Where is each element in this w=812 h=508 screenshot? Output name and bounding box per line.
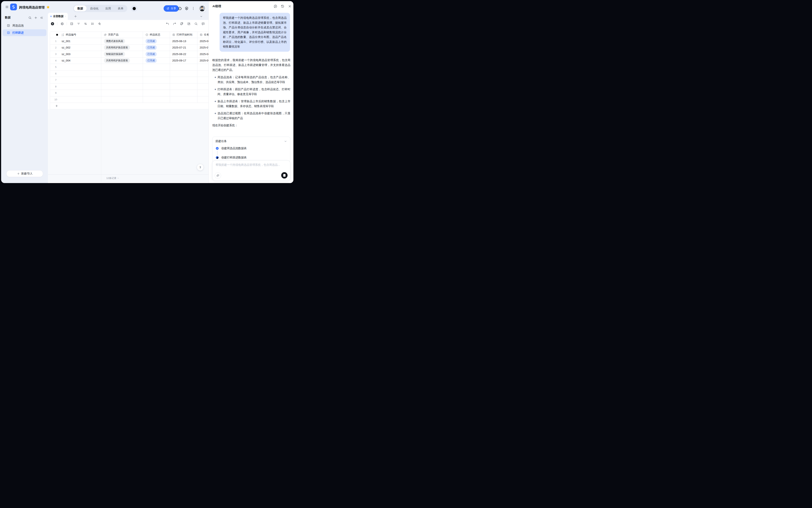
start-date-cell[interactable]: 2025-07-21	[172, 46, 186, 49]
chevron-down-icon[interactable]	[284, 140, 287, 143]
add-record-button[interactable]	[50, 21, 55, 27]
checkbox-icon[interactable]	[56, 33, 59, 36]
empty-table-row[interactable]: 5	[50, 64, 209, 71]
tab-data[interactable]: 数据	[74, 5, 87, 11]
close-icon	[288, 4, 291, 8]
table-icon	[7, 24, 10, 27]
ai-new-chat-button[interactable]	[273, 3, 278, 9]
ai-history-button[interactable]	[280, 3, 285, 9]
ai-close-button[interactable]	[287, 3, 292, 9]
table-row[interactable]: 4sz_004 天然有机护肤品套装 已完成 2025-09-17 2025-09	[50, 57, 209, 64]
main-menu-button[interactable]	[5, 5, 9, 9]
record-count[interactable]: 12条记录	[106, 176, 119, 180]
task-date-cell[interactable]: 2025-08	[200, 53, 209, 56]
task-item-running[interactable]: 创建打样跟进数据表	[216, 156, 287, 159]
new-import-button[interactable]: 新建/导入	[6, 170, 43, 177]
redo-button[interactable]	[172, 21, 177, 27]
table-row[interactable]: 3sz_003 智能温控保温杯 已完成 2025-08-22 2025-08	[50, 51, 209, 57]
tab-automation[interactable]: 自动化	[87, 5, 102, 11]
gear-icon	[60, 22, 64, 26]
theme-toggle-button[interactable]	[131, 5, 137, 12]
stop-generation-button[interactable]	[281, 172, 287, 178]
start-date-cell[interactable]: 2025-09-17	[172, 59, 186, 62]
sample-id-cell[interactable]: sz_003	[61, 53, 71, 56]
row-number: 10	[50, 98, 61, 101]
mode-switcher: 数据 自动化 应用 表单	[73, 5, 127, 12]
add-view-button[interactable]	[73, 13, 78, 19]
row-number: 8	[50, 85, 61, 88]
status-badge[interactable]: 已完成	[145, 52, 156, 56]
start-date-cell[interactable]: 2025-06-13	[172, 40, 186, 43]
sample-id-cell[interactable]: sz_001	[61, 40, 71, 43]
help-label: ?	[199, 166, 201, 169]
empty-table-row[interactable]: 8	[50, 83, 209, 90]
ai-panel-title: AI助理	[213, 4, 221, 8]
filter-button[interactable]	[76, 21, 81, 27]
sidebar-search-button[interactable]	[27, 15, 33, 20]
task-item-done[interactable]: 创建周选品池数据表	[216, 146, 287, 150]
record-history-button[interactable]	[179, 21, 184, 27]
sample-id-cell[interactable]: sz_002	[61, 46, 71, 49]
view-settings-button[interactable]	[59, 21, 65, 27]
security-button[interactable]	[184, 6, 189, 11]
extensions-button[interactable]	[177, 6, 183, 11]
sidebar-item-weekly-pool[interactable]: 周选品池	[3, 22, 46, 29]
task-date-cell[interactable]: 2025-07	[200, 46, 209, 49]
empty-table-row[interactable]: 6	[50, 71, 209, 77]
more-menu-button[interactable]	[190, 6, 196, 11]
linked-product-tag[interactable]: 天然有机护肤品套装	[104, 58, 130, 63]
bullet-dot-icon	[215, 113, 216, 114]
user-message-bubble: 帮我搭建一个跨境电商选品管理系统，包含周选品池、打样跟进、新品上市跟进销量管理。…	[220, 13, 290, 52]
favorite-button[interactable]	[46, 5, 50, 9]
start-date-cell[interactable]: 2025-08-22	[172, 53, 186, 56]
header-start-date[interactable]: 打样开始时间	[170, 32, 197, 38]
search-records-button[interactable]	[193, 21, 199, 27]
task-date-cell[interactable]: 2025-06	[200, 40, 209, 43]
status-badge[interactable]: 已完成	[145, 58, 156, 63]
edit-record-button[interactable]	[186, 21, 192, 27]
linked-product-tag[interactable]: 智能温控保温杯	[104, 52, 125, 56]
header-task[interactable]: 任务	[197, 32, 209, 38]
tab-apps[interactable]: 应用	[102, 5, 114, 11]
sort-button[interactable]	[83, 21, 88, 27]
header-sample-status[interactable]: 样品状态	[143, 32, 170, 38]
fields-config-button[interactable]	[69, 21, 74, 27]
task-date-cell[interactable]: 2025-09	[200, 59, 209, 62]
tab-forms[interactable]: 表单	[115, 5, 127, 11]
app-logo	[10, 4, 17, 10]
task-connector-line	[217, 151, 218, 155]
color-fill-button[interactable]	[96, 21, 102, 27]
table-row[interactable]: 2sz_002 天然有机护肤品套装 已完成 2025-07-21 2025-07	[50, 45, 209, 51]
status-badge[interactable]: 已完成	[145, 39, 156, 43]
share-button[interactable]: 分享	[164, 5, 179, 12]
undo-button[interactable]	[165, 21, 170, 27]
ai-input-box[interactable]: 帮我搭建一个跨境电商选品管理系统，包含周选品...	[212, 160, 290, 181]
add-row-button[interactable]	[50, 103, 209, 110]
view-tab-all-data[interactable]: 全部数据	[48, 13, 68, 20]
grid-header-row: 样品编号 关联产品 样品状态 打样开始时间 任务	[50, 32, 209, 38]
kebab-icon	[191, 6, 195, 10]
table-row[interactable]: 1sz_001 便携式迷你风扇 已完成 2025-06-13 2025-06	[50, 38, 209, 45]
row-height-button[interactable]	[90, 21, 95, 27]
header-linked-product[interactable]: 关联产品	[101, 32, 143, 38]
user-avatar[interactable]	[199, 5, 206, 12]
status-badge[interactable]: 已完成	[145, 45, 156, 50]
attach-file-button[interactable]	[215, 172, 221, 179]
linked-product-tag[interactable]: 便携式迷你风扇	[104, 39, 125, 44]
empty-table-row[interactable]: 9	[50, 90, 209, 96]
linked-product-tag[interactable]: 天然有机护肤品套装	[104, 45, 130, 50]
sidebar-add-table-button[interactable]	[33, 15, 39, 20]
header-sample-id[interactable]: 样品编号	[50, 32, 101, 38]
kebab-icon[interactable]	[65, 15, 66, 18]
view-list-expand-button[interactable]	[198, 13, 204, 19]
fields-icon	[70, 22, 74, 26]
plus-icon	[17, 172, 20, 175]
empty-table-row[interactable]: 7	[50, 77, 209, 83]
help-button[interactable]: ?	[197, 164, 204, 171]
comments-button[interactable]	[200, 21, 206, 27]
sidebar-item-sampling[interactable]: 打样跟进	[3, 29, 46, 36]
sidebar-collapse-button[interactable]	[39, 15, 44, 20]
empty-table-row[interactable]: 10	[50, 96, 209, 103]
sample-id-cell[interactable]: sz_004	[61, 59, 71, 62]
reply-bullet: 新品上市跟进表：管理新品上市后的销售数据，包含上市日期、销量数据、库存状态、销售…	[212, 99, 290, 109]
